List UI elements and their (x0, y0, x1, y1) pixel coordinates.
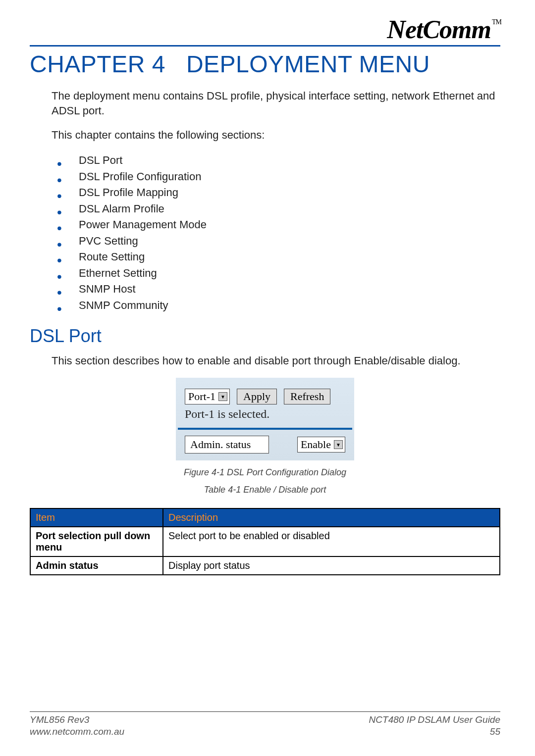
dsl-port-dialog: Port-1 ▼ Apply Refresh Port-1 is selecte… (176, 378, 354, 460)
table-header-item: Item (30, 508, 163, 527)
list-item: SNMP Community (57, 298, 500, 314)
brand-logo: NetCommTM (387, 15, 500, 44)
dialog-separator (178, 428, 352, 430)
figure-container: Port-1 ▼ Apply Refresh Port-1 is selecte… (30, 378, 500, 495)
list-item: PVC Setting (57, 233, 500, 250)
brand-name: NetComm (387, 15, 491, 44)
table-header-row: Item Description (30, 508, 500, 527)
section-heading-dsl-port: DSL Port (30, 326, 500, 347)
list-item: Power Management Mode (57, 217, 500, 233)
footer-guide-title: NCT480 IP DSLAM User Guide (369, 714, 500, 726)
dialog-status-row: Admin. status Enable ▼ (176, 436, 354, 454)
trademark-symbol: TM (492, 18, 501, 26)
page-footer: YML856 Rev3 www.netcomm.com.au NCT480 IP… (30, 711, 500, 738)
chevron-down-icon: ▼ (334, 440, 343, 449)
footer-divider (30, 711, 500, 712)
table-row: Port selection pull down menu Select por… (30, 527, 500, 556)
apply-button[interactable]: Apply (237, 389, 277, 404)
list-item: DSL Alarm Profile (57, 201, 500, 217)
logo-area: NetCommTM (30, 15, 500, 44)
chapter-number: CHAPTER 4 (30, 50, 165, 78)
list-item: DSL Port (57, 152, 500, 169)
refresh-button[interactable]: Refresh (284, 389, 330, 404)
dialog-status-text: Port-1 is selected. (176, 406, 354, 428)
footer-content: YML856 Rev3 www.netcomm.com.au NCT480 IP… (30, 714, 500, 738)
chapter-title: CHAPTER 4DEPLOYMENT MENU (30, 50, 500, 78)
table-cell-desc: Select port to be enabled or disabled (163, 527, 500, 556)
admin-status-value: Enable (301, 438, 331, 451)
intro-paragraph-2: This chapter contains the following sect… (52, 128, 500, 143)
list-item: DSL Profile Configuration (57, 169, 500, 185)
table-caption: Table 4-1 Enable / Disable port (204, 485, 326, 495)
table-header-desc: Description (163, 508, 500, 527)
table-row: Admin status Display port status (30, 556, 500, 575)
table-cell-item: Admin status (30, 556, 163, 575)
port-select-dropdown[interactable]: Port-1 ▼ (185, 389, 230, 404)
list-item: Route Setting (57, 249, 500, 265)
port-select-value: Port-1 (188, 390, 215, 403)
chevron-down-icon: ▼ (218, 392, 227, 401)
enable-disable-table: Item Description Port selection pull dow… (30, 508, 500, 575)
header-divider (30, 45, 500, 47)
intro-paragraph-1: The deployment menu contains DSL profile… (52, 89, 500, 118)
footer-revision: YML856 Rev3 (30, 714, 124, 726)
section-list: DSL Port DSL Profile Configuration DSL P… (57, 152, 500, 313)
dialog-toolbar: Port-1 ▼ Apply Refresh (176, 384, 354, 406)
footer-right: NCT480 IP DSLAM User Guide 55 (369, 714, 500, 738)
list-item: Ethernet Setting (57, 265, 500, 282)
figure-caption: Figure 4-1 DSL Port Configuration Dialog (184, 467, 346, 478)
admin-status-label: Admin. status (185, 436, 269, 454)
admin-status-dropdown[interactable]: Enable ▼ (297, 437, 345, 453)
list-item: SNMP Host (57, 281, 500, 298)
footer-url: www.netcomm.com.au (30, 726, 124, 738)
footer-left: YML856 Rev3 www.netcomm.com.au (30, 714, 124, 738)
chapter-name: DEPLOYMENT MENU (186, 51, 430, 77)
list-item: DSL Profile Mapping (57, 185, 500, 201)
table-cell-desc: Display port status (163, 556, 500, 575)
footer-page-number: 55 (369, 726, 500, 738)
dsl-port-description: This section describes how to enable and… (52, 353, 500, 368)
table-cell-item: Port selection pull down menu (30, 527, 163, 556)
